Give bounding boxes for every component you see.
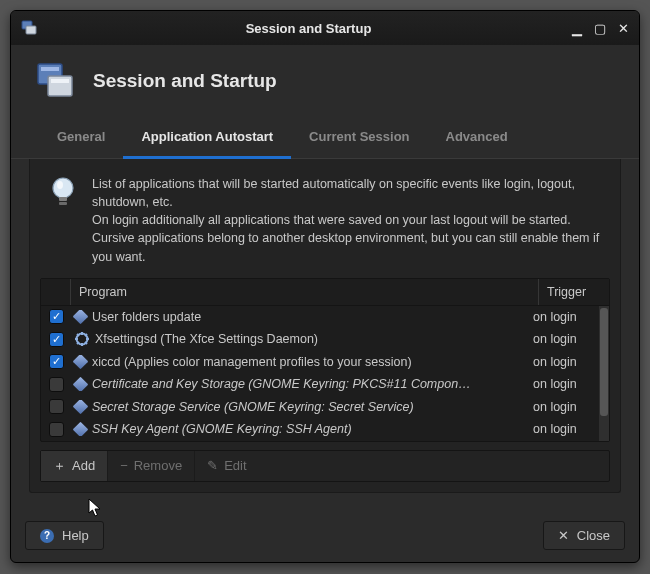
- app-item-icon: [73, 310, 89, 324]
- trigger-value: on login: [529, 377, 599, 391]
- window-title: Session and Startup: [45, 21, 572, 36]
- program-name: SSH Key Agent (GNOME Keyring: SSH Agent): [92, 422, 352, 436]
- tab-autostart[interactable]: Application Autostart: [123, 119, 291, 159]
- window: Session and Startup ▁ ▢ ✕ Session and St…: [10, 10, 640, 563]
- close-label: Close: [577, 528, 610, 543]
- page-title: Session and Startup: [93, 70, 277, 92]
- scrollbar[interactable]: [599, 306, 609, 441]
- svg-rect-5: [51, 79, 69, 83]
- program-name: xiccd (Applies color management profiles…: [92, 355, 412, 369]
- table-row[interactable]: Certificate and Key Storage (GNOME Keyri…: [41, 373, 599, 396]
- info-row: List of applications that will be starte…: [40, 175, 610, 278]
- header-icon: [35, 61, 75, 101]
- svg-point-7: [57, 181, 63, 189]
- trigger-value: on login: [529, 400, 599, 414]
- title-bar[interactable]: Session and Startup ▁ ▢ ✕: [11, 11, 639, 45]
- svg-line-16: [77, 334, 79, 336]
- col-trigger[interactable]: Trigger: [539, 279, 609, 305]
- svg-line-19: [85, 334, 87, 336]
- add-label: Add: [72, 458, 95, 473]
- scroll-thumb[interactable]: [600, 308, 608, 416]
- checkbox[interactable]: [49, 377, 64, 392]
- checkbox[interactable]: [49, 309, 64, 324]
- svg-rect-9: [59, 202, 67, 205]
- app-item-icon: [73, 355, 89, 369]
- program-name: Xfsettingsd (The Xfce Settings Daemon): [95, 332, 318, 346]
- lightbulb-icon: [46, 175, 80, 209]
- window-controls: ▁ ▢ ✕: [572, 22, 629, 35]
- table-row[interactable]: Secret Storage Service (GNOME Keyring: S…: [41, 396, 599, 419]
- svg-point-11: [80, 338, 84, 342]
- close-icon: ✕: [558, 528, 569, 543]
- app-item-icon: [73, 377, 89, 391]
- info-line: Cursive applications belong to another d…: [92, 229, 604, 265]
- edit-button[interactable]: ✎ Edit: [195, 451, 258, 481]
- checkbox[interactable]: [49, 422, 64, 437]
- tab-session[interactable]: Current Session: [291, 119, 427, 158]
- program-name: Certificate and Key Storage (GNOME Keyri…: [92, 377, 471, 391]
- program-name: User folders update: [92, 310, 201, 324]
- table-row[interactable]: Xfsettingsd (The Xfce Settings Daemon)on…: [41, 328, 599, 351]
- svg-rect-3: [41, 67, 59, 71]
- info-text: List of applications that will be starte…: [92, 175, 604, 266]
- plus-icon: ＋: [53, 457, 66, 475]
- maximize-button[interactable]: ▢: [594, 22, 606, 35]
- checkbox[interactable]: [49, 332, 64, 347]
- minus-icon: −: [120, 458, 128, 473]
- checkbox[interactable]: [49, 399, 64, 414]
- app-icon: [21, 20, 37, 36]
- tab-advanced[interactable]: Advanced: [428, 119, 526, 158]
- trigger-value: on login: [529, 355, 599, 369]
- list-rows: User folders updateon loginXfsettingsd (…: [41, 306, 599, 441]
- program-name: Secret Storage Service (GNOME Keyring: S…: [92, 400, 414, 414]
- list-header: Program Trigger: [41, 279, 609, 306]
- info-line: List of applications that will be starte…: [92, 175, 604, 211]
- info-line: On login additionally all applications t…: [92, 211, 604, 229]
- svg-point-6: [53, 178, 73, 198]
- close-window-button[interactable]: ✕: [618, 22, 629, 35]
- tab-general[interactable]: General: [39, 119, 123, 158]
- help-label: Help: [62, 528, 89, 543]
- gear-icon: [75, 332, 89, 346]
- add-button[interactable]: ＋ Add: [41, 451, 108, 481]
- svg-rect-1: [26, 26, 36, 34]
- remove-button[interactable]: − Remove: [108, 451, 195, 481]
- close-button[interactable]: ✕ Close: [543, 521, 625, 550]
- app-item-icon: [73, 422, 89, 436]
- table-row[interactable]: SSH Key Agent (GNOME Keyring: SSH Agent)…: [41, 418, 599, 441]
- minimize-button[interactable]: ▁: [572, 22, 582, 35]
- trigger-value: on login: [529, 310, 599, 324]
- edit-label: Edit: [224, 458, 246, 473]
- app-item-icon: [73, 400, 89, 414]
- svg-line-17: [85, 342, 87, 344]
- help-icon: ?: [40, 529, 54, 543]
- table-row[interactable]: xiccd (Applies color management profiles…: [41, 351, 599, 374]
- header: Session and Startup: [11, 45, 639, 119]
- trigger-value: on login: [529, 332, 599, 346]
- app-list: Program Trigger User folders updateon lo…: [40, 278, 610, 442]
- help-button[interactable]: ? Help: [25, 521, 104, 550]
- svg-line-18: [77, 342, 79, 344]
- col-program[interactable]: Program: [71, 279, 539, 305]
- tab-bar: General Application Autostart Current Se…: [11, 119, 639, 159]
- footer: ? Help ✕ Close: [11, 511, 639, 562]
- tab-panel-autostart: List of applications that will be starte…: [29, 159, 621, 493]
- col-checkbox[interactable]: [41, 279, 71, 305]
- toolbar: ＋ Add − Remove ✎ Edit: [40, 450, 610, 482]
- table-row[interactable]: User folders updateon login: [41, 306, 599, 329]
- svg-rect-8: [59, 197, 67, 201]
- trigger-value: on login: [529, 422, 599, 436]
- pencil-icon: ✎: [207, 458, 218, 473]
- checkbox[interactable]: [49, 354, 64, 369]
- remove-label: Remove: [134, 458, 182, 473]
